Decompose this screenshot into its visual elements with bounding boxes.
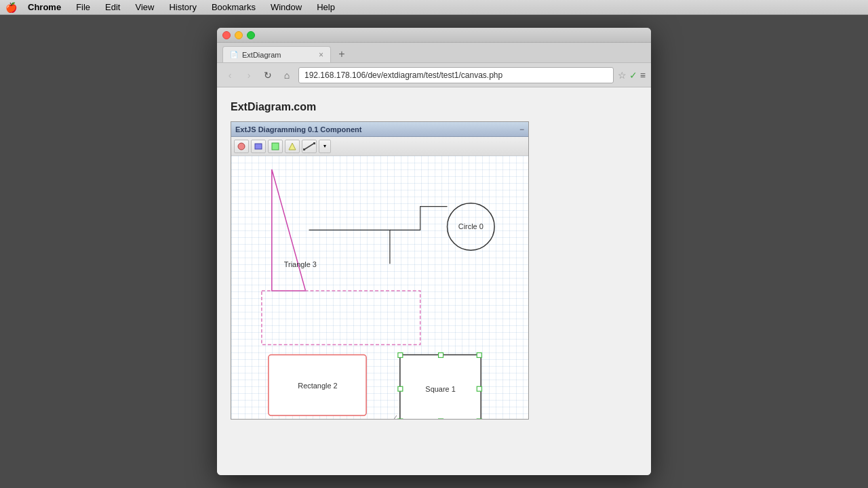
menubar-bookmarks[interactable]: Bookmarks <box>209 1 258 13</box>
maximize-button[interactable] <box>247 31 255 39</box>
square-tool-button[interactable] <box>268 140 283 153</box>
tab-bar: 📄 ExtDiagram × + <box>217 43 651 63</box>
svg-text:Square 1: Square 1 <box>425 385 455 393</box>
canvas-area[interactable]: Triangle 3 Circle 0 Rectangle 2 <box>231 156 528 419</box>
svg-rect-19 <box>398 386 403 391</box>
menubar-window[interactable]: Window <box>268 1 304 13</box>
svg-rect-9 <box>262 291 420 345</box>
svg-text:Triangle 3: Triangle 3 <box>284 260 317 268</box>
svg-rect-17 <box>439 353 443 358</box>
browser-titlebar <box>217 28 651 43</box>
svg-rect-18 <box>477 353 481 358</box>
svg-marker-3 <box>289 143 296 150</box>
tab-close-button[interactable]: × <box>319 50 323 60</box>
browser-window: 📄 ExtDiagram × + ‹ › ↻ ⌂ 192.168.178.106… <box>217 28 651 475</box>
svg-rect-1 <box>255 144 262 149</box>
svg-rect-16 <box>398 353 403 358</box>
diagram-svg: Triangle 3 Circle 0 Rectangle 2 <box>231 156 528 419</box>
tab-label: ExtDiagram <box>242 51 281 59</box>
svg-rect-20 <box>477 386 481 391</box>
check-icon[interactable]: ✓ <box>629 70 637 81</box>
nav-right-buttons: ☆ ✓ ≡ <box>618 70 646 81</box>
tab-favicon: 📄 <box>230 51 238 58</box>
circle-tool-button[interactable] <box>234 140 249 153</box>
browser-content: ExtDiagram.com ExtJS Diagramming 0.1 Com… <box>217 87 651 475</box>
forward-button[interactable]: › <box>241 68 256 83</box>
menubar-edit[interactable]: Edit <box>102 1 123 13</box>
menubar-history[interactable]: History <box>166 1 199 13</box>
close-button[interactable] <box>222 31 231 39</box>
rectangle-tool-button[interactable] <box>251 140 266 153</box>
url-text: 192.168.178.106/dev/extdiagram/test/test… <box>304 70 502 80</box>
line-tool-button[interactable] <box>302 140 317 153</box>
svg-line-4 <box>304 143 315 150</box>
address-bar[interactable]: 192.168.178.106/dev/extdiagram/test/test… <box>298 67 614 83</box>
diagram-panel: ExtJS Diagramming 0.1 Component − <box>231 121 529 420</box>
menubar: 🍎 Chrome File Edit View History Bookmark… <box>0 0 868 15</box>
page-title: ExtDiagram.com <box>231 101 637 113</box>
nav-bar: ‹ › ↻ ⌂ 192.168.178.106/dev/extdiagram/t… <box>217 63 651 87</box>
minimize-button[interactable] <box>235 31 243 39</box>
tool-dropdown-button[interactable]: ▾ <box>319 140 331 153</box>
svg-rect-2 <box>272 143 279 150</box>
svg-point-0 <box>238 143 245 150</box>
back-button[interactable]: ‹ <box>222 68 237 83</box>
svg-text:Rectangle 2: Rectangle 2 <box>298 382 337 390</box>
bookmark-button[interactable]: ☆ <box>618 70 627 81</box>
chrome-menu-button[interactable]: ≡ <box>640 70 646 81</box>
menubar-help[interactable]: Help <box>314 1 338 13</box>
svg-marker-7 <box>272 169 306 291</box>
svg-text:Circle 0: Circle 0 <box>458 222 484 230</box>
triangle-tool-button[interactable] <box>285 140 300 153</box>
reload-button[interactable]: ↻ <box>260 68 275 83</box>
panel-header: ExtJS Diagramming 0.1 Component − <box>231 122 528 137</box>
menubar-view[interactable]: View <box>132 1 157 13</box>
traffic-lights <box>222 31 255 39</box>
active-tab[interactable]: 📄 ExtDiagram × <box>222 46 331 62</box>
panel-close-button[interactable]: − <box>519 125 524 134</box>
panel-title: ExtJS Diagramming 0.1 Component <box>235 125 361 134</box>
desktop: 📄 ExtDiagram × + ‹ › ↻ ⌂ 192.168.178.106… <box>0 15 868 488</box>
panel-toolbar: ▾ <box>231 137 528 156</box>
home-button[interactable]: ⌂ <box>279 68 294 83</box>
apple-menu[interactable]: 🍎 <box>5 2 17 13</box>
new-tab-button[interactable]: + <box>334 46 350 62</box>
menubar-file[interactable]: File <box>73 1 93 13</box>
menubar-chrome[interactable]: Chrome <box>25 1 64 13</box>
